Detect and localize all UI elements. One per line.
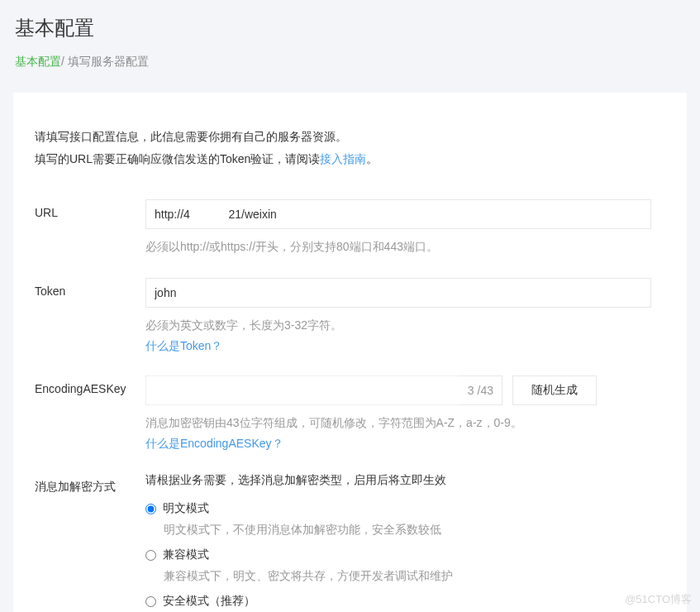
- breadcrumb-root[interactable]: 基本配置: [15, 55, 61, 68]
- mode-radio-label-plain: 明文模式: [163, 501, 209, 516]
- mode-option-compat: 兼容模式 兼容模式下，明文、密文将共存，方便开发者调试和维护: [145, 546, 665, 584]
- form-row-token: Token 必须为英文或数字，长度为3-32字符。 什么是Token？: [35, 278, 665, 354]
- intro-line-2: 填写的URL需要正确响应微信发送的Token验证，请阅读接入指南。: [35, 148, 665, 170]
- mode-radio-plain[interactable]: 明文模式: [145, 500, 665, 518]
- form-row-mode: 消息加解密方式 请根据业务需要，选择消息加解密类型，启用后将立即生效 明文模式 …: [35, 473, 665, 612]
- mode-option-secure: 安全模式（推荐） 安全模式下，消息包为纯密文，需要开发者加密和解密，安全系数高: [145, 592, 665, 612]
- mode-radio-label-compat: 兼容模式: [163, 547, 209, 562]
- random-generate-button[interactable]: 随机生成: [512, 375, 597, 405]
- watermark: @51CTO博客: [625, 592, 692, 607]
- mode-radio-input-plain[interactable]: [145, 504, 156, 514]
- mode-option-plain: 明文模式 明文模式下，不使用消息体加解密功能，安全系数较低: [145, 500, 665, 538]
- url-label: URL: [35, 199, 145, 219]
- mode-radio-hint-plain: 明文模式下，不使用消息体加解密功能，安全系数较低: [164, 523, 665, 538]
- intro-line-1: 请填写接口配置信息，此信息需要你拥有自己的服务器资源。: [35, 126, 665, 148]
- form-row-aes: EncodingAESKey 3 /43 随机生成 消息加密密钥由43位字符组成…: [35, 375, 665, 452]
- aes-count: 3 /43: [460, 384, 502, 397]
- intro-line-2-pre: 填写的URL需要正确响应微信发送的Token验证，请阅读: [35, 152, 320, 165]
- aes-label: EncodingAESKey: [35, 375, 145, 395]
- mode-radio-secure[interactable]: 安全模式（推荐）: [145, 592, 665, 610]
- mode-label: 消息加解密方式: [35, 473, 145, 495]
- intro-text: 请填写接口配置信息，此信息需要你拥有自己的服务器资源。 填写的URL需要正确响应…: [35, 126, 665, 170]
- token-label: Token: [35, 278, 145, 298]
- mode-radio-hint-compat: 兼容模式下，明文、密文将共存，方便开发者调试和维护: [164, 569, 665, 584]
- form-row-url: URL 必须以http://或https://开头，分别支持80端口和443端口…: [35, 199, 665, 256]
- intro-line-2-post: 。: [366, 152, 378, 165]
- aes-input-wrap: 3 /43: [145, 375, 502, 405]
- mode-radio-label-secure: 安全模式（推荐）: [163, 594, 255, 609]
- mode-desc: 请根据业务需要，选择消息加解密类型，启用后将立即生效: [145, 473, 665, 488]
- mode-radio-compat[interactable]: 兼容模式: [145, 546, 665, 564]
- mode-radio-input-secure[interactable]: [145, 596, 156, 607]
- token-input[interactable]: [145, 278, 651, 308]
- mode-radio-input-compat[interactable]: [145, 550, 156, 561]
- breadcrumb-sep: /: [61, 55, 68, 68]
- url-hint: 必须以http://或https://开头，分别支持80端口和443端口。: [145, 237, 665, 256]
- what-is-token-link[interactable]: 什么是Token？: [145, 339, 222, 354]
- breadcrumb: 基本配置/ 填写服务器配置: [15, 55, 685, 69]
- page-title: 基本配置: [15, 15, 685, 41]
- breadcrumb-current: 填写服务器配置: [68, 55, 149, 68]
- access-guide-link[interactable]: 接入指南: [320, 152, 366, 165]
- what-is-aes-link[interactable]: 什么是EncodingAESKey？: [145, 437, 283, 452]
- token-hint: 必须为英文或数字，长度为3-32字符。: [145, 316, 665, 334]
- aes-input[interactable]: [146, 376, 460, 404]
- config-panel: 请填写接口配置信息，此信息需要你拥有自己的服务器资源。 填写的URL需要正确响应…: [13, 93, 687, 612]
- url-input[interactable]: [145, 199, 651, 229]
- aes-hint: 消息加密密钥由43位字符组成，可随机修改，字符范围为A-Z，a-z，0-9。: [145, 414, 665, 432]
